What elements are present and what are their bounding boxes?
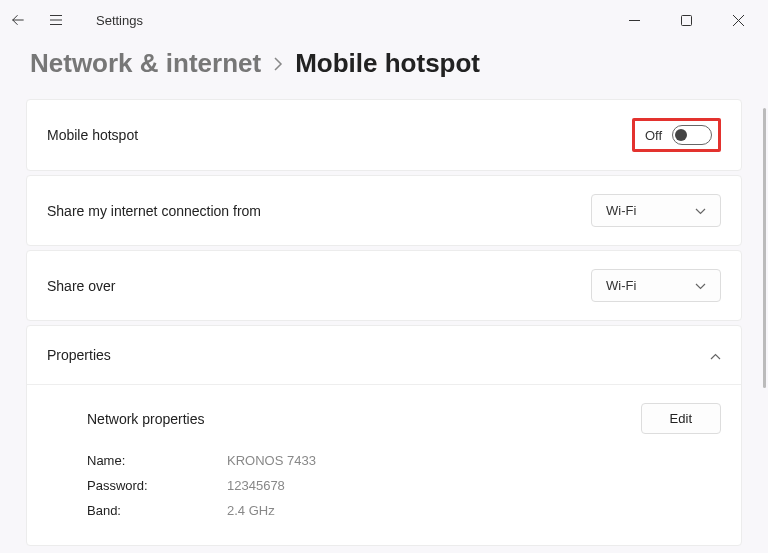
- menu-button[interactable]: [46, 10, 66, 30]
- chevron-down-icon: [695, 278, 706, 293]
- close-button[interactable]: [716, 4, 760, 36]
- hotspot-toggle-state: Off: [645, 128, 662, 143]
- edit-button[interactable]: Edit: [641, 403, 721, 434]
- property-row: Password: 12345678: [87, 473, 721, 498]
- hamburger-icon: [50, 13, 62, 27]
- toggle-knob-icon: [675, 129, 687, 141]
- property-key: Name:: [87, 453, 227, 468]
- close-icon: [733, 15, 744, 26]
- properties-expander[interactable]: Properties: [27, 326, 741, 385]
- breadcrumb-current: Mobile hotspot: [295, 48, 480, 79]
- scrollbar[interactable]: [763, 108, 766, 388]
- titlebar-left: Settings: [8, 10, 143, 30]
- svg-rect-0: [681, 15, 691, 25]
- hotspot-toggle-highlight: Off: [632, 118, 721, 152]
- maximize-button[interactable]: [664, 4, 708, 36]
- titlebar: Settings: [0, 0, 768, 40]
- properties-card: Properties Network properties Edit Name:…: [26, 325, 742, 546]
- share-from-value: Wi-Fi: [606, 203, 636, 218]
- chevron-down-icon: [695, 203, 706, 218]
- maximize-icon: [681, 15, 692, 26]
- app-title: Settings: [96, 13, 143, 28]
- share-over-card: Share over Wi-Fi: [26, 250, 742, 321]
- share-over-select[interactable]: Wi-Fi: [591, 269, 721, 302]
- breadcrumb: Network & internet Mobile hotspot: [0, 40, 768, 99]
- property-row: Band: 2.4 GHz: [87, 498, 721, 523]
- property-value: KRONOS 7433: [227, 453, 316, 468]
- share-from-select[interactable]: Wi-Fi: [591, 194, 721, 227]
- share-over-value: Wi-Fi: [606, 278, 636, 293]
- properties-grid: Name: KRONOS 7433 Password: 12345678 Ban…: [47, 448, 721, 523]
- back-arrow-icon: [12, 12, 24, 28]
- hotspot-toggle[interactable]: [672, 125, 712, 145]
- property-row: Name: KRONOS 7433: [87, 448, 721, 473]
- window-controls: [612, 4, 760, 36]
- back-button[interactable]: [8, 10, 28, 30]
- property-key: Band:: [87, 503, 227, 518]
- mobile-hotspot-label: Mobile hotspot: [47, 127, 138, 143]
- network-properties-label: Network properties: [87, 411, 205, 427]
- property-value: 2.4 GHz: [227, 503, 275, 518]
- properties-body: Network properties Edit Name: KRONOS 743…: [27, 385, 741, 545]
- minimize-button[interactable]: [612, 4, 656, 36]
- breadcrumb-parent[interactable]: Network & internet: [30, 48, 261, 79]
- share-over-label: Share over: [47, 278, 115, 294]
- properties-heading: Properties: [47, 347, 111, 363]
- chevron-right-icon: [273, 55, 283, 76]
- property-value: 12345678: [227, 478, 285, 493]
- share-from-card: Share my internet connection from Wi-Fi: [26, 175, 742, 246]
- minimize-icon: [629, 15, 640, 26]
- property-key: Password:: [87, 478, 227, 493]
- mobile-hotspot-card: Mobile hotspot Off: [26, 99, 742, 171]
- chevron-up-icon: [710, 346, 721, 364]
- content-area: Mobile hotspot Off Share my internet con…: [0, 99, 768, 546]
- share-from-label: Share my internet connection from: [47, 203, 261, 219]
